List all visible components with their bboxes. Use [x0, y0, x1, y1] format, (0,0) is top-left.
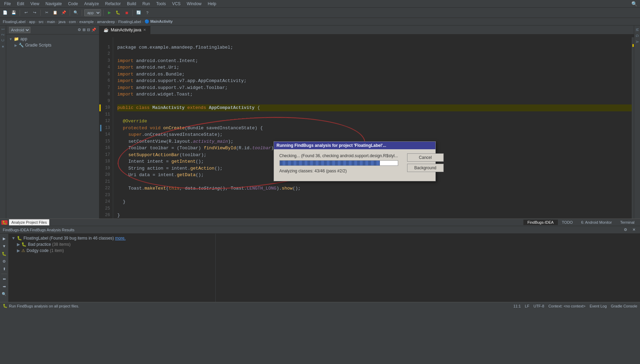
code-line-23	[117, 192, 632, 199]
project-panel-expand-button[interactable]: ⊞	[82, 28, 86, 32]
editor-area: ☕ MainActivity.java ✕ 1 2 3 4 5 6 7 8	[99, 26, 634, 219]
menu-navigate[interactable]: Navigate	[43, 1, 65, 7]
bp-settings-button[interactable]: ⚙	[1, 258, 8, 265]
tree-item-app-label: app	[20, 37, 27, 41]
new-file-button[interactable]: 📄	[1, 9, 9, 17]
tree-dodgy-code[interactable]: ▶ ⚠ Dodgy code (1 item)	[10, 247, 214, 254]
tab-findbugs[interactable]: FindBugs-IDEA	[523, 220, 558, 225]
structure-icon[interactable]: 2	[0, 32, 6, 37]
bc-example[interactable]: example	[79, 20, 94, 24]
menu-tools[interactable]: Tools	[154, 1, 169, 7]
event-log-button[interactable]: Event Log	[590, 304, 607, 308]
code-line-22: Toast.makeText(this, data.toString(), To…	[117, 185, 632, 192]
bp-collapse-button[interactable]: ▼	[1, 243, 8, 250]
bc-main[interactable]: main	[47, 20, 55, 24]
gradle-console-button[interactable]: Gradle Console	[611, 304, 637, 308]
bottom-panel-settings-button[interactable]: ⚙	[622, 226, 629, 233]
status-encoding[interactable]: UTF-8	[533, 304, 544, 308]
menu-run[interactable]: Run	[140, 1, 153, 7]
copy-button[interactable]: 📋	[51, 9, 59, 17]
favorites-icon[interactable]: ★	[0, 43, 6, 50]
android-modules-icon[interactable]: A	[634, 39, 640, 44]
folder-icon: 📁	[14, 37, 19, 41]
save-button[interactable]: 💾	[10, 9, 18, 17]
bp-filter-button[interactable]: 🔍	[1, 291, 8, 297]
project-panel-settings-button[interactable]: ⚙	[78, 28, 81, 32]
code-line-8: import android.widget.Toast;	[117, 91, 632, 98]
menu-file[interactable]: File	[1, 1, 13, 7]
bc-java[interactable]: java	[59, 20, 66, 24]
dialog-progress-inner	[280, 161, 380, 165]
scrollbar-indicator[interactable]	[632, 37, 634, 219]
stop-button[interactable]: ⏹	[123, 9, 130, 17]
menu-window[interactable]: Window	[184, 1, 204, 7]
project-panel-collapse-button[interactable]: ⊟	[87, 28, 90, 32]
project-view-dropdown[interactable]: Android	[9, 27, 30, 33]
menu-view[interactable]: View	[28, 1, 42, 7]
bp-expand-button[interactable]: ▶	[1, 235, 8, 242]
redo-button[interactable]: ↪	[31, 9, 38, 17]
maven-projects-icon[interactable]: M	[634, 27, 640, 32]
status-lf[interactable]: LF	[525, 304, 529, 308]
paste-button[interactable]: 📌	[60, 9, 68, 17]
bp-next-button[interactable]: ➡	[1, 283, 8, 290]
tree-bad-practice[interactable]: ▶ 🐛 Bad practice (38 items)	[10, 241, 214, 247]
code-editor[interactable]: 1 2 3 4 5 6 7 8 9 10 11 12 13 14 15 16 1	[99, 34, 634, 219]
bc-floatinglabel[interactable]: FloatingLabel	[3, 20, 26, 24]
toolbar-separator-4	[82, 10, 82, 16]
bc-floatinglabel2[interactable]: FloatingLabel	[118, 20, 141, 24]
menu-refactor[interactable]: Refactor	[102, 1, 124, 7]
project-panel-pin-button[interactable]: 📌	[91, 28, 96, 32]
code-content: 1 2 3 4 5 6 7 8 9 10 11 12 13 14 15 16 1	[99, 34, 634, 219]
tree-item-gradle[interactable]: ▶ 🔧 Gradle Scripts	[6, 42, 99, 48]
menu-build[interactable]: Build	[124, 1, 139, 7]
bc-amandeep[interactable]: amandeep	[97, 20, 115, 24]
tab-close-button[interactable]: ✕	[143, 28, 146, 32]
sync-button[interactable]: 🔄	[135, 9, 142, 17]
bp-separator	[1, 274, 7, 274]
code-lines: package com.example.amandeep.floatinglab…	[113, 37, 632, 219]
more-link[interactable]: more.	[115, 236, 126, 241]
gradle-side-icon[interactable]: G	[634, 33, 640, 39]
menu-help[interactable]: Help	[205, 1, 219, 7]
tree-item-app[interactable]: ▼ 📁 app	[6, 36, 99, 42]
menu-code[interactable]: Code	[65, 1, 81, 7]
tab-android-monitor[interactable]: 6: Android Monitor	[577, 220, 616, 225]
status-position[interactable]: 11:1	[513, 304, 521, 308]
run-button[interactable]: ▶	[106, 9, 113, 17]
tree-floatinglabel[interactable]: ▼ 🐛 FloatingLabel (Found 39 bug items in…	[10, 235, 214, 241]
debug-button[interactable]: 🐛	[114, 9, 122, 17]
dialog-background-button[interactable]: Background	[407, 164, 444, 172]
search-everywhere-button[interactable]: 🔍	[630, 0, 639, 8]
bp-export-button[interactable]: ⬆	[1, 265, 8, 272]
bp-bug-icon-red[interactable]: 🐛	[1, 250, 8, 257]
dialog-status: Checking... (Found 36, checking android.…	[279, 153, 398, 158]
dialog-cancel-button[interactable]: Cancel	[407, 153, 444, 162]
bc-mainactivity[interactable]: 🔵 MainActivity	[145, 19, 173, 24]
captures-icon[interactable]: C	[0, 38, 6, 43]
cut-button[interactable]: ✂	[43, 9, 50, 17]
project-icon[interactable]: 1	[0, 27, 6, 32]
find-button[interactable]: 🔍	[72, 9, 80, 17]
bp-prev-button[interactable]: ⬅	[1, 275, 8, 282]
menu-analyze[interactable]: Analyze	[81, 1, 102, 7]
bc-src[interactable]: src	[39, 20, 44, 24]
analyze-project-files-button[interactable]: Analyze Project Files	[9, 219, 49, 225]
code-line-7: import android.support.v7.widget.Toolbar…	[117, 84, 632, 91]
help-button[interactable]: ?	[144, 9, 151, 17]
dialog-info: Analyzing classes: 43/46 (pass #2/2)	[279, 169, 398, 173]
status-left-text: Run FindBugs analysis on all project fil…	[9, 304, 79, 308]
bc-com[interactable]: com	[69, 20, 76, 24]
tab-terminal[interactable]: Terminal	[616, 220, 639, 225]
code-line-26: }	[117, 212, 632, 219]
menu-edit[interactable]: Edit	[14, 1, 27, 7]
bottom-panel-close-button[interactable]: ✕	[630, 226, 637, 233]
tab-todo[interactable]: TODO	[558, 220, 577, 225]
undo-button[interactable]: ↩	[22, 9, 30, 17]
bottom-details-panel	[216, 234, 640, 302]
bc-app[interactable]: app	[29, 20, 35, 24]
bug-icon-red: 🐛	[17, 236, 22, 241]
menu-vcs[interactable]: VCS	[169, 1, 184, 7]
tab-mainactivity[interactable]: ☕ MainActivity.java ✕	[99, 25, 150, 34]
run-config-dropdown[interactable]: app	[84, 9, 101, 16]
